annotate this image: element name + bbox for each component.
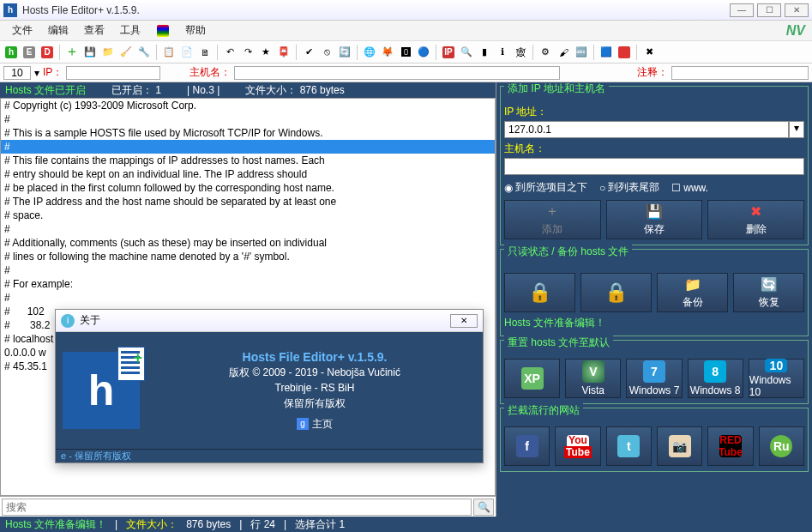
ip-input[interactable]: [66, 66, 160, 80]
editor-line[interactable]: # This file contains the mappings of IP …: [1, 154, 495, 167]
os-w10-button[interactable]: 10Windows 10: [749, 359, 804, 398]
editor-line[interactable]: # The IP address and the host name shoul…: [1, 195, 495, 209]
ip-dropdown-icon[interactable]: ▾: [789, 121, 804, 138]
editor-line[interactable]: # For example:: [1, 277, 495, 291]
close-button[interactable]: ✕: [785, 3, 809, 17]
host-input[interactable]: [234, 66, 560, 80]
about-copyright: 版权 © 2009 - 2019 - Nebojša Vučinić: [153, 365, 476, 380]
chk-www[interactable]: ☐ www.: [671, 182, 708, 194]
tb-clean-icon[interactable]: 🧹: [118, 45, 134, 60]
tb-copy-icon[interactable]: 📋: [161, 45, 177, 60]
group-reset-title: 重置 hosts 文件至默认: [504, 336, 613, 350]
editor-line[interactable]: # be placed in the first column followed…: [1, 181, 495, 195]
hostname-field[interactable]: [504, 158, 804, 175]
tb-lang-icon[interactable]: 🔤: [574, 45, 589, 60]
menu-file[interactable]: 文件: [5, 21, 39, 39]
tb-e-icon[interactable]: E: [21, 45, 37, 60]
tb-d-icon[interactable]: D: [39, 45, 55, 60]
maximize-button[interactable]: ☐: [757, 3, 781, 17]
delete-button[interactable]: ✖删除: [707, 200, 804, 239]
about-logo: h +: [63, 352, 140, 429]
about-close-button[interactable]: ✕: [450, 314, 478, 328]
radio-end[interactable]: ○ 到列表尾部: [599, 180, 659, 195]
tb-cancel-icon[interactable]: ⦸: [319, 45, 334, 60]
tb-terminal-icon[interactable]: ▮: [477, 45, 492, 60]
tb-gear-icon[interactable]: ⚙: [538, 45, 553, 60]
editor-line[interactable]: # entry should be kept on an individual …: [1, 167, 495, 181]
tb-info-icon[interactable]: ℹ: [495, 45, 510, 60]
about-rights: 保留所有版权: [153, 396, 476, 411]
num-input[interactable]: [3, 66, 31, 80]
search-input[interactable]: [2, 499, 472, 516]
editor-line[interactable]: # Copyright (c) 1993-2009 Microsoft Corp…: [1, 99, 495, 112]
tb-add-icon[interactable]: ＋: [64, 45, 80, 60]
tb-flag2-icon[interactable]: [617, 45, 632, 60]
block-youtube[interactable]: YouTube: [555, 426, 600, 466]
tb-brush-icon[interactable]: 🖌: [556, 45, 571, 60]
menu-flag-icon[interactable]: [149, 22, 177, 39]
tb-files-icon[interactable]: 📄: [179, 45, 195, 60]
backup-button[interactable]: 📁备份: [657, 273, 728, 312]
tb-check-icon[interactable]: ✔: [301, 45, 316, 60]
tb-stamp-icon[interactable]: 📮: [276, 45, 292, 60]
tb-browser2-icon[interactable]: 🦊: [380, 45, 395, 60]
editor-line[interactable]: # This is a sample HOSTS file used by Mi…: [1, 126, 495, 140]
block-redtube[interactable]: REDTube: [707, 426, 753, 466]
editor-line[interactable]: #: [1, 291, 495, 305]
menu-help[interactable]: 帮助: [178, 21, 213, 39]
block-instagram[interactable]: 📷: [657, 426, 702, 466]
editor-line[interactable]: # lines or following the machine name de…: [1, 250, 495, 263]
lock-red-button[interactable]: 🔒: [504, 273, 575, 312]
restore-button[interactable]: 🔄恢复: [733, 273, 804, 312]
menu-edit[interactable]: 编辑: [41, 21, 75, 39]
tb-star-icon[interactable]: ★: [258, 45, 274, 60]
tb-save-icon[interactable]: 💾: [82, 45, 98, 60]
block-rutube[interactable]: Ru: [759, 426, 804, 466]
editor-line[interactable]: #: [1, 140, 495, 154]
save-button[interactable]: 💾保存: [606, 200, 703, 239]
tb-exit-icon[interactable]: ✖: [641, 45, 657, 60]
tb-net-icon[interactable]: 🕸: [513, 45, 528, 60]
lock-grey-button[interactable]: 🔒: [580, 273, 652, 312]
tb-folder-icon[interactable]: 📁: [100, 45, 116, 60]
tb-search-icon[interactable]: 🔍: [459, 45, 474, 60]
editor-line[interactable]: #: [1, 112, 495, 126]
tb-h-icon[interactable]: h: [3, 45, 19, 60]
tb-new-icon[interactable]: 🗎: [197, 45, 213, 60]
tb-browser4-icon[interactable]: 🔵: [416, 45, 431, 60]
group-add-title: 添加 IP 地址和主机名: [504, 82, 609, 96]
group-block-title: 拦截流行的网站: [504, 403, 583, 418]
editor-line[interactable]: #: [1, 263, 495, 277]
about-status: e - 保留所有版权: [56, 449, 483, 462]
tb-browser1-icon[interactable]: 🌐: [362, 45, 377, 60]
about-homepage-link[interactable]: g主页: [297, 416, 333, 432]
menu-view[interactable]: 查看: [77, 21, 111, 39]
tb-browser3-icon[interactable]: 🅾: [398, 45, 413, 60]
ip-field[interactable]: [504, 121, 789, 138]
tb-tool-icon[interactable]: 🔧: [136, 45, 152, 60]
tb-redo-icon[interactable]: ↷: [240, 45, 256, 60]
add-button[interactable]: ＋添加: [504, 200, 601, 239]
tb-ip-icon[interactable]: IP: [441, 45, 456, 60]
menu-tools[interactable]: 工具: [113, 21, 147, 39]
os-w8-button[interactable]: 8Windows 8: [688, 359, 743, 398]
minimize-button[interactable]: —: [730, 3, 754, 17]
radio-under[interactable]: ◉ 到所选项目之下: [504, 180, 587, 195]
tb-undo-icon[interactable]: ↶: [222, 45, 238, 60]
editor-line[interactable]: #: [1, 222, 495, 236]
tb-refresh-icon[interactable]: 🔄: [337, 45, 352, 60]
about-icon: i: [61, 314, 75, 328]
os-xp-button[interactable]: XP: [504, 359, 560, 398]
block-facebook[interactable]: f: [504, 426, 550, 466]
about-app-name: Hosts File Editor+ v.1.5.9.: [153, 349, 476, 365]
editor-line[interactable]: # space.: [1, 209, 495, 222]
os-w7-button[interactable]: 7Windows 7: [626, 359, 682, 398]
title-bar: h Hosts File Editor+ v.1.5.9. — ☐ ✕: [0, 0, 812, 21]
comment-input[interactable]: [671, 66, 809, 80]
os-vista-button[interactable]: VVista: [565, 359, 621, 398]
search-button[interactable]: 🔍: [473, 499, 494, 516]
block-twitter[interactable]: t: [606, 426, 652, 466]
tb-flag1-icon[interactable]: 🟦: [598, 45, 614, 60]
editor-line[interactable]: # Additionally, comments (such as these)…: [1, 236, 495, 250]
field-bar: ▾ IP： 主机名： 注释：: [0, 63, 812, 82]
